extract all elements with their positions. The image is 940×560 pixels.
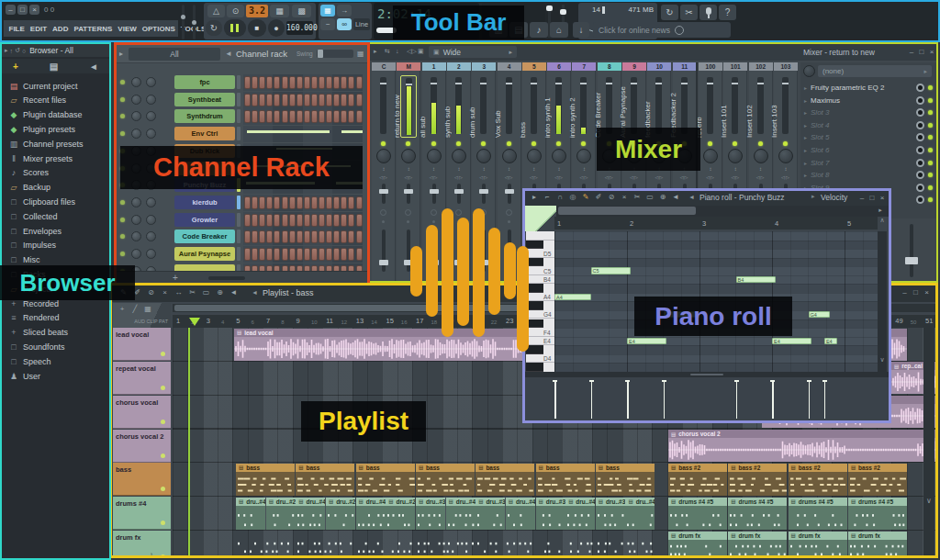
strip-color-tab[interactable]: 3 [472,62,496,71]
options-icon[interactable]: ▸ [529,193,540,204]
grid-icon[interactable]: ▦ [142,305,153,315]
fx-mix-knob[interactable] [916,146,924,154]
strip-mute-led[interactable] [532,141,536,146]
strip-pan-arrows[interactable]: ↕ [707,166,714,173]
step-cell[interactable] [282,214,288,227]
step-cell[interactable] [341,230,347,243]
track-name-chorus-vocal-2[interactable]: chorus vocal 2 [113,430,171,463]
clip-bass-2[interactable]: ▤bass #2 [789,464,847,496]
velocity-handle[interactable] [824,380,826,419]
clip-dru-2[interactable]: ▤dru..#2 [386,498,415,530]
strip-mini-fader-handle[interactable] [454,189,464,194]
step-cell[interactable] [266,76,273,89]
fx-enable-led[interactable] [928,161,933,165]
strip-pan-arrows[interactable]: ↕ [455,166,463,173]
step-cell[interactable] [282,230,288,243]
strip-stereo-sep[interactable]: ◁▷ [577,174,590,181]
velocity-handle[interactable] [554,380,556,419]
strip-stereo-sep[interactable]: ◁▷ [704,174,717,181]
strip-stereo-sep[interactable]: ◁▷ [503,174,516,181]
fx-enable-led[interactable] [928,148,933,152]
clip-bass-2[interactable]: ▤bass #2 [848,464,907,496]
strip-color-tab[interactable]: 100 [699,62,722,71]
strip-fader-handle[interactable] [455,83,462,84]
fx-mix-knob[interactable] [916,184,924,192]
step-cell[interactable] [326,110,332,123]
strip-stereo-sep[interactable]: ◁▷ [428,174,441,181]
browser-item-current-project[interactable]: ▤Current project [4,79,107,93]
channel-button-synthbeat[interactable]: Synthbeat [174,93,235,106]
step-cell[interactable] [356,110,363,123]
step-cell[interactable] [259,76,265,89]
step-cell[interactable] [333,196,340,209]
channel-pan-knob[interactable] [131,129,141,139]
step-cell[interactable] [289,196,296,209]
pattern-display[interactable]: 3.2 [246,5,268,17]
plugin-picker-icon[interactable]: ♪ [530,22,548,38]
fx-enable-led[interactable] [928,173,933,177]
playhead-marker[interactable] [189,318,200,326]
download-icon[interactable]: ↓ [573,22,589,38]
track-name-lead-vocal[interactable]: lead vocal [113,328,171,361]
arrow-icon[interactable]: → [337,5,352,17]
scroll-down-icon[interactable]: ∨ [925,497,933,510]
velocity-handle[interactable] [591,380,593,419]
playback-icon[interactable]: ◄ [228,288,240,299]
step-cell[interactable] [252,94,258,106]
pattern-indicator[interactable] [237,75,241,89]
step-cell[interactable] [297,110,303,123]
step-cell[interactable] [259,214,265,227]
strip-stereo-sep[interactable]: ◁▷ [477,174,490,181]
rack-scrollbar[interactable] [208,276,245,280]
swap-icon[interactable]: ⇆ [385,48,395,57]
strip-color-tab[interactable]: 5 [522,62,546,71]
step-cell[interactable] [244,230,251,243]
strip-volume-knob[interactable] [552,149,566,163]
step-cell[interactable] [289,76,296,89]
piano-roll-scrollbar-thumb[interactable] [558,207,696,215]
strip-fader-handle[interactable] [707,83,713,84]
strip-pan-arrows[interactable]: ↕ [405,166,412,173]
strip-fader-track[interactable] [681,77,688,134]
step-cell[interactable] [304,94,310,106]
strip-fader-track[interactable] [782,77,789,134]
note-B4[interactable]: B4 [736,276,776,283]
close-icon[interactable]: × [878,194,887,203]
fx-slot-6[interactable]: ▸Slot 6 [800,144,936,156]
channel-button-synthdrum[interactable]: Synthdrum [174,109,235,123]
browser-item-impulses[interactable]: □Impulses [4,239,107,252]
strip-fader-track[interactable] [631,77,637,134]
step-cell[interactable] [333,76,340,89]
fx-mix-knob[interactable] [916,171,924,179]
channel-volume-knob[interactable] [146,197,156,207]
step-cell[interactable] [311,110,318,123]
clip-drums-4-5[interactable]: ▤drums #4 #5 [728,498,787,530]
step-cell[interactable] [244,110,251,123]
step-cell[interactable] [348,214,354,227]
piano-roll-header[interactable]: ▸⌐∩◎✎✐⊘×✂▭⊕◄◄Piano roll - Punchy Buzz▸Ve… [525,191,889,206]
clip-dots[interactable] [596,532,655,558]
minimize-icon[interactable]: – [907,48,916,57]
fx-enable-led[interactable] [928,185,933,190]
scroll-right-icon[interactable]: ▸ [876,207,885,216]
step-cell[interactable] [274,230,280,243]
strip-volume-knob[interactable] [527,149,542,163]
step-cell[interactable] [252,214,258,227]
options-icon[interactable]: ▸ [374,48,384,57]
step-cell[interactable] [326,248,332,261]
step-cell[interactable] [244,94,251,106]
step-cell[interactable] [333,94,340,106]
clip-dru-2[interactable]: ▤dru..#2 [266,498,296,530]
strip-color-tab[interactable]: 11 [673,62,697,71]
delete-icon[interactable]: ⊘ [145,288,157,299]
fx-mix-knob[interactable] [916,108,924,117]
step-cell[interactable] [274,214,280,227]
clip-dots[interactable] [536,532,595,558]
touch-button-icon[interactable]: ⌂ [550,22,568,38]
draw-icon[interactable]: ✎ [580,193,591,204]
select-icon[interactable]: ▭ [644,193,655,204]
grid-icon[interactable]: ▣ [418,48,428,57]
step-cell[interactable] [282,196,288,209]
strip-fader-handle[interactable] [782,83,789,84]
menu-item-add[interactable]: ADD [50,23,71,35]
